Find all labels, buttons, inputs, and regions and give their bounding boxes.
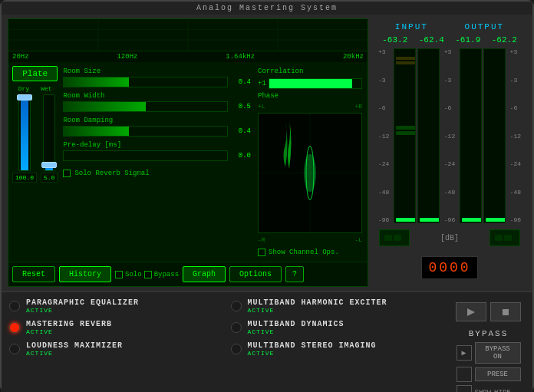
plate-button[interactable]: Plate: [12, 66, 58, 81]
room-width-row: Room Width 0.5: [63, 92, 251, 112]
svg-rect-19: [418, 49, 439, 222]
freq-20hz: 20Hz: [12, 53, 29, 61]
wet-fader-track[interactable]: [43, 94, 55, 171]
help-button[interactable]: ?: [285, 266, 304, 282]
pre-delay-row: Pre-delay [ms] 0.0: [63, 141, 251, 161]
svg-rect-31: [384, 235, 392, 241]
module-item-loudness: LOUDNESS MAXIMIZER ACTIVE: [9, 341, 223, 357]
show-hide-box[interactable]: [457, 385, 472, 392]
output-clip-display: [490, 229, 520, 246]
phase-R2: -R: [258, 236, 265, 243]
dry-fader-thumb[interactable]: [17, 94, 32, 100]
room-size-fill: [64, 77, 129, 87]
peq-led[interactable]: [9, 301, 20, 311]
loudness-info: LOUDNESS MAXIMIZER ACTIVE: [26, 341, 123, 357]
preset-button[interactable]: PRESE: [475, 367, 521, 381]
history-button[interactable]: History: [59, 266, 111, 282]
pre-delay-slider[interactable]: [63, 150, 228, 161]
stereo-led[interactable]: [231, 344, 242, 354]
room-width-slider[interactable]: [63, 101, 228, 112]
dry-fader-track[interactable]: [18, 94, 31, 171]
graph-button[interactable]: Graph: [183, 266, 226, 282]
phase-label: Phase: [258, 92, 362, 100]
phase-markers: +L +R: [258, 103, 362, 110]
output-L-value: -61.9: [455, 35, 480, 44]
bypass-on-arrow[interactable]: ▶: [457, 345, 472, 361]
reverb-area: Plate Dry Wet: [8, 62, 368, 262]
output-vu-L: [460, 48, 482, 223]
bypass-on-button[interactable]: BYPASS ON: [475, 342, 521, 364]
solo-checkbox[interactable]: [115, 271, 123, 278]
wet-label: Wet: [41, 85, 51, 92]
correlation-value: +1: [258, 80, 266, 87]
input-vu-group: [394, 48, 439, 223]
wet-fader-thumb[interactable]: [41, 162, 57, 168]
dry-fader-fill: [21, 99, 28, 170]
correlation-bar-row: +1: [258, 78, 362, 89]
stereo-status: ACTIVE: [248, 350, 377, 357]
fader-section: Dry Wet 100.0: [12, 85, 58, 183]
input-vu-L-svg: [394, 49, 415, 222]
svg-marker-35: [467, 308, 475, 316]
svg-point-9: [304, 154, 316, 193]
main-container: Analog Mastering System: [0, 0, 534, 392]
module-item-stereo: MULTIBAND STEREO IMAGING ACTIVE: [231, 341, 445, 357]
room-damping-row: Room Damping 0.4: [63, 117, 251, 137]
vu-bottom: [dB]: [377, 227, 522, 249]
vu-values-row: -63.2 -62.4 -61.9 -62.2: [377, 35, 522, 44]
solo-reverb-row: Solo Reverb Signal: [63, 170, 251, 177]
room-size-row: Room Size 0.4: [63, 68, 251, 87]
show-channel-row: Show Channel Ops.: [258, 249, 362, 256]
loudness-led[interactable]: [9, 344, 20, 354]
bypass-checkbox[interactable]: [144, 271, 152, 278]
phase-display: [258, 113, 362, 233]
room-width-value: 0.5: [232, 103, 251, 110]
plate-section: Plate Dry Wet: [12, 66, 58, 258]
input-label: INPUT: [395, 22, 428, 31]
preset-box[interactable]: [457, 367, 472, 382]
stop-button[interactable]: [490, 302, 521, 321]
options-button[interactable]: Options: [229, 266, 282, 282]
module-item-reverb: MASTERING REVERB ACTIVE: [9, 320, 223, 335]
room-damping-fill: [64, 127, 129, 136]
correlation-section: Correlation +1 Phase +L +R: [256, 66, 364, 258]
reverb-led[interactable]: [9, 322, 20, 333]
transport-row: [456, 302, 521, 321]
bypass-on-row: ▶ BYPASS ON: [457, 342, 521, 364]
phase-svg: [259, 114, 361, 232]
solo-reverb-label: Solo Reverb Signal: [74, 170, 149, 177]
svg-rect-34: [504, 235, 512, 241]
show-channel-checkbox[interactable]: [258, 249, 265, 256]
faders-row: 100.0 5.0: [12, 94, 58, 183]
room-width-fill: [64, 102, 145, 111]
show-label: SHOW: [475, 389, 492, 392]
vu-section: INPUT OUTPUT -63.2 -62.4 -61.9 -62.2 +3 …: [373, 18, 526, 287]
room-size-value: 0.4: [232, 78, 251, 86]
output-vu-L-svg: [460, 49, 481, 222]
input-clip-svg: [383, 232, 406, 244]
solo-reverb-checkbox[interactable]: [63, 170, 71, 177]
freq-120hz: 120Hz: [117, 53, 137, 61]
svg-rect-16: [396, 218, 415, 222]
dry-label: Dry: [18, 85, 29, 92]
freq-labels: 20Hz 120Hz 1.64kHz 20kHz: [8, 51, 368, 62]
module-item-harmonic: MULTIBAND HARMONIC EXCITER ACTIVE: [231, 298, 445, 314]
stereo-name: MULTIBAND STEREO IMAGING: [248, 341, 377, 350]
freq-20khz: 20kHz: [343, 53, 364, 61]
harmonic-led[interactable]: [231, 301, 242, 311]
svg-rect-36: [503, 309, 509, 315]
display-area: 20Hz 120Hz 1.64kHz 20kHz Plate Dry Wet: [2, 15, 532, 291]
input-clip-display: [379, 229, 410, 246]
room-damping-slider[interactable]: [63, 126, 228, 137]
play-button[interactable]: [456, 302, 486, 321]
output-vu-R: [483, 48, 506, 223]
dynamics-led[interactable]: [231, 322, 242, 333]
left-panel: 20Hz 120Hz 1.64kHz 20kHz Plate Dry Wet: [8, 18, 368, 287]
reset-button[interactable]: Reset: [12, 266, 55, 282]
room-size-slider[interactable]: [63, 77, 228, 87]
input-L-value: -63.2: [382, 35, 407, 44]
svg-rect-12: [396, 57, 415, 60]
svg-rect-20: [420, 218, 439, 222]
db-scale-far-right: +3 -3 -6 -12 -24 -48 -96: [509, 48, 522, 223]
svg-rect-15: [396, 131, 415, 135]
